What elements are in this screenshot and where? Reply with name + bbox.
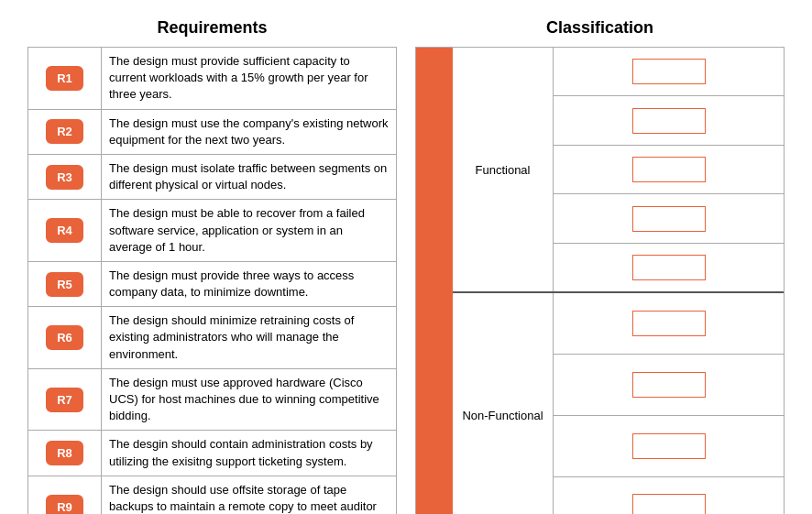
req-text: The design must isolate traffic between … — [102, 155, 396, 199]
req-text: The design should use offsite storage of… — [102, 476, 396, 514]
req-badge: R5 — [46, 272, 83, 297]
table-row: R6The design should minimize retraining … — [27, 306, 397, 368]
class-label: Functional — [453, 48, 554, 291]
class-checkbox[interactable] — [632, 157, 706, 182]
req-label-cell: R7 — [28, 369, 102, 431]
main-container: Requirements R1The design must provide s… — [9, 9, 803, 514]
class-checkbox[interactable] — [632, 372, 706, 398]
req-badge: R1 — [46, 66, 83, 91]
req-badge: R7 — [46, 388, 83, 412]
requirements-table: R1The design must provide sufficient cap… — [27, 47, 397, 514]
table-row: R4The design must be able to recover fro… — [27, 199, 397, 261]
req-badge: R9 — [46, 495, 83, 514]
requirements-section: Requirements R1The design must provide s… — [27, 18, 397, 514]
class-box-row — [554, 244, 784, 291]
req-text: The desgin should contain administration… — [102, 431, 396, 475]
req-label-cell: R8 — [28, 431, 102, 475]
class-checkbox[interactable] — [632, 433, 706, 459]
req-label-cell: R3 — [28, 155, 102, 199]
class-checkbox[interactable] — [632, 255, 706, 280]
class-box-row — [554, 293, 784, 355]
table-row: R5The design must provide three ways to … — [27, 261, 397, 306]
class-label: Non-Functional — [453, 293, 554, 514]
req-label-cell: R2 — [28, 110, 102, 154]
class-box-row — [554, 48, 784, 96]
class-group: Non-Functional — [453, 293, 784, 514]
classification-content: FunctionalNon-Functional — [453, 48, 784, 514]
table-row: R1The design must provide sufficient cap… — [27, 47, 397, 109]
requirements-title: Requirements — [27, 18, 397, 38]
req-text: The design should minimize retraining co… — [102, 307, 396, 368]
class-box-row — [554, 146, 784, 194]
classification-outer: FunctionalNon-Functional — [415, 47, 785, 514]
req-badge: R3 — [46, 165, 83, 190]
req-label-cell: R1 — [28, 48, 102, 109]
req-text: The design must be able to recover from … — [102, 200, 396, 261]
class-box-row — [554, 194, 784, 243]
class-box-row — [554, 416, 784, 477]
class-box-row — [554, 355, 784, 416]
class-checkbox[interactable] — [632, 206, 706, 232]
class-checkbox[interactable] — [632, 108, 706, 134]
class-boxes-col — [554, 48, 784, 291]
class-group: Functional — [453, 48, 784, 293]
req-label-cell: R4 — [28, 200, 102, 261]
req-text: The design must provide three ways to ac… — [102, 262, 396, 306]
req-text: The design must provide sufficient capac… — [102, 48, 396, 109]
classification-section: Classification FunctionalNon-Functional — [415, 18, 785, 514]
red-bar — [416, 48, 453, 514]
table-row: R2The design must use the company's exis… — [27, 109, 397, 154]
req-label-cell: R6 — [28, 307, 102, 368]
class-checkbox[interactable] — [632, 311, 706, 336]
class-box-row — [554, 96, 784, 145]
req-text: The design must use approved hardware (C… — [102, 369, 396, 431]
req-badge: R8 — [46, 441, 83, 465]
class-checkbox[interactable] — [632, 494, 706, 514]
req-label-cell: R5 — [28, 262, 102, 306]
classification-title: Classification — [415, 18, 785, 38]
class-box-row — [554, 477, 784, 514]
table-row: R8The desgin should contain administrati… — [27, 430, 397, 475]
class-checkbox[interactable] — [632, 59, 706, 84]
req-badge: R4 — [46, 218, 83, 243]
req-badge: R2 — [46, 119, 83, 144]
req-badge: R6 — [46, 325, 83, 350]
class-boxes-col — [554, 293, 784, 514]
table-row: R7The design must use approved hardware … — [27, 368, 397, 431]
table-row: R3The design must isolate traffic betwee… — [27, 154, 397, 199]
req-label-cell: R9 — [28, 476, 102, 514]
req-text: The design must use the company's existi… — [102, 110, 396, 154]
table-row: R9The design should use offsite storage … — [27, 476, 397, 514]
